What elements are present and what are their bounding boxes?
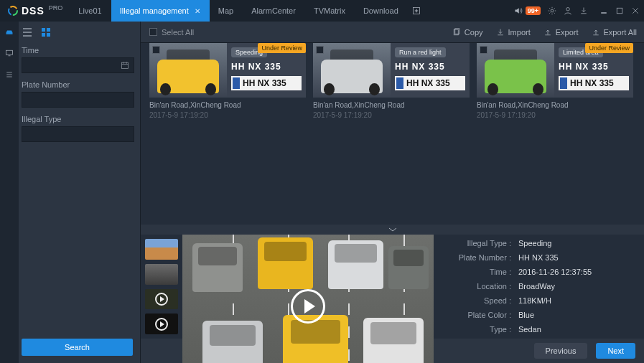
k-speed: Speed : <box>447 296 511 305</box>
notifications[interactable]: 99+ <box>514 6 541 15</box>
tab-label: TVMatrix <box>314 6 345 15</box>
k-location: Location : <box>447 282 511 291</box>
v-type: Sedan <box>518 325 541 334</box>
main-panel: Select All Copy Import Export Export All <box>141 22 644 363</box>
copy-label: Copy <box>465 28 483 37</box>
maximize-icon[interactable] <box>615 6 624 15</box>
window-close-icon[interactable] <box>631 6 640 15</box>
close-icon[interactable]: ✕ <box>195 7 200 15</box>
play-button[interactable] <box>291 289 325 324</box>
card-time: 2017-5-9 17:19:20 <box>313 110 470 121</box>
tab-tvmatrix[interactable]: TVMatrix <box>305 0 355 22</box>
plate-box: HH NX 335 <box>395 76 465 90</box>
checkbox-icon[interactable] <box>149 28 157 36</box>
export-all-button[interactable]: Export All <box>592 28 637 37</box>
import-button[interactable]: Import <box>496 28 531 37</box>
previous-button[interactable]: Previous <box>534 343 588 359</box>
import-label: Import <box>508 28 531 37</box>
panel-splitter[interactable] <box>141 225 644 235</box>
result-card[interactable]: Under Review Limited area HH NX 335 HH N… <box>477 43 633 121</box>
tab-illegal-management[interactable]: Illegal management✕ <box>111 0 210 22</box>
vehicle-module-icon[interactable] <box>5 27 14 36</box>
k-illegal-type: Illegal Type : <box>447 239 511 248</box>
time-input[interactable] <box>22 57 134 73</box>
tab-alarmcenter[interactable]: AlarmCenter <box>243 0 305 22</box>
export-button[interactable]: Export <box>543 28 579 37</box>
previous-label: Previous <box>546 346 577 355</box>
import-icon <box>496 28 505 37</box>
gear-icon[interactable] <box>548 6 556 15</box>
app-logo: DSS PRO <box>7 5 62 16</box>
monitor-module-icon[interactable] <box>5 49 14 57</box>
grid-view-icon[interactable] <box>40 27 52 38</box>
plate-text: HH NX 335 <box>231 62 302 72</box>
review-flag: Under Review <box>258 43 306 53</box>
export-icon <box>543 28 552 37</box>
plus-icon <box>412 6 421 15</box>
review-flag: Under Review <box>585 43 633 53</box>
svg-rect-7 <box>6 50 13 55</box>
play-icon <box>145 289 178 310</box>
v-plate: HH NX 335 <box>518 253 559 262</box>
time-label: Time <box>22 46 134 55</box>
tab-label: Live01 <box>78 6 101 15</box>
svg-rect-9 <box>47 28 50 32</box>
brand-name: DSS <box>22 5 45 16</box>
tab-label: Map <box>218 6 233 15</box>
detail-panel: Illegal Type :Speeding Plate Number :HH … <box>141 235 644 339</box>
tab-map[interactable]: Map <box>210 0 243 22</box>
minimize-icon[interactable] <box>599 6 608 15</box>
plate-box-text: HH NX 335 <box>243 78 286 88</box>
next-button[interactable]: Next <box>596 343 635 359</box>
side-rail <box>0 22 19 363</box>
card-time: 2017-5-9 17:19:20 <box>149 110 306 121</box>
detail-thumb[interactable] <box>145 289 178 310</box>
notification-badge: 99+ <box>526 6 541 15</box>
svg-rect-6 <box>617 8 622 14</box>
result-card[interactable]: Run a red light HH NX 335 HH NX 335 Bin'… <box>313 43 470 121</box>
titlebar-right: 99+ <box>514 6 640 15</box>
search-button[interactable]: Search <box>22 339 133 356</box>
plate-text: HH NX 335 <box>559 62 629 72</box>
export-all-label: Export All <box>604 28 637 37</box>
copy-button[interactable]: Copy <box>452 28 483 37</box>
play-icon <box>145 314 178 334</box>
brand-suffix: PRO <box>49 4 63 11</box>
tab-live[interactable]: Live01 <box>70 0 111 22</box>
illegal-type-input[interactable] <box>22 126 134 142</box>
select-all-label: Select All <box>162 28 194 37</box>
titlebar: DSS PRO Live01 Illegal management✕ Map A… <box>0 0 644 22</box>
detail-thumb[interactable] <box>145 314 178 334</box>
plate-input[interactable] <box>22 92 134 108</box>
user-icon[interactable] <box>564 6 572 15</box>
detail-thumb[interactable] <box>145 239 178 260</box>
card-time: 2017-5-9 17:19:20 <box>477 110 633 121</box>
tab-label: Illegal management <box>120 6 189 15</box>
svg-point-4 <box>551 9 554 12</box>
list-view-icon[interactable] <box>22 27 33 38</box>
card-road: Bin'an Road,XinCheng Road <box>477 100 633 110</box>
tab-download[interactable]: Download <box>355 0 408 22</box>
export-all-icon <box>592 28 600 37</box>
download-icon[interactable] <box>579 6 588 15</box>
detail-thumb[interactable] <box>145 264 178 285</box>
calendar-icon[interactable] <box>121 61 129 70</box>
violation-pill: Run a red light <box>395 47 446 57</box>
video-preview[interactable] <box>182 235 434 363</box>
k-type: Type : <box>447 325 511 334</box>
detail-thumbs <box>141 235 182 339</box>
results-toolbar: Select All Copy Import Export Export All <box>141 22 644 43</box>
tab-label: Download <box>363 6 398 15</box>
card-thumb <box>313 43 391 98</box>
detail-info: Illegal Type :Speeding Plate Number :HH … <box>434 235 644 339</box>
result-card[interactable]: Under Review Speeding HH NX 335 HH NX 33… <box>149 43 306 121</box>
list-module-icon[interactable] <box>5 70 14 79</box>
select-all[interactable]: Select All <box>149 28 194 37</box>
svg-point-5 <box>566 8 570 11</box>
add-tab-button[interactable] <box>408 0 425 22</box>
plate-box-text: HH NX 335 <box>570 78 614 88</box>
v-location: BroadWay <box>518 282 555 291</box>
v-time: 2016-11-26 12:37:55 <box>518 268 592 276</box>
logo-icon <box>7 5 19 16</box>
plate-box: HH NX 335 <box>559 76 629 90</box>
